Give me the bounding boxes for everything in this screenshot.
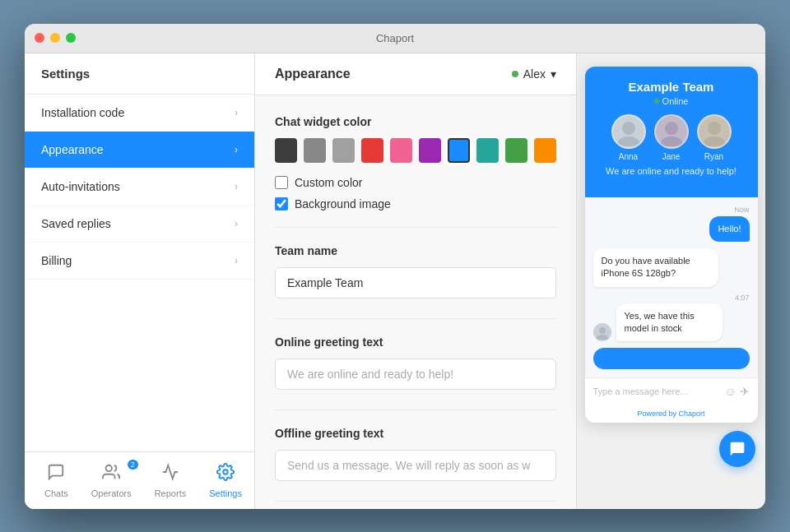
background-image-label[interactable]: Background image: [295, 197, 391, 210]
widget-footer: Powered by Chaport: [585, 405, 758, 423]
swatch-pink[interactable]: [390, 138, 412, 163]
window-controls: [35, 33, 76, 43]
chevron-right-icon: ›: [235, 107, 238, 118]
chat-fab-button[interactable]: [719, 431, 755, 467]
center-panel: Appearance Alex ▾ Chat widget color: [255, 53, 576, 509]
page-title: Appearance: [275, 67, 351, 81]
settings-form: Chat widget color Custom color: [255, 95, 576, 509]
offline-greeting-label: Offline greeting text: [275, 427, 556, 440]
swatch-red[interactable]: [361, 138, 383, 163]
widget-action-button[interactable]: [593, 348, 750, 369]
agent-name-ryan: Ryan: [704, 152, 723, 161]
sidebar-item-auto-invitations[interactable]: Auto-invitations ›: [25, 169, 254, 206]
background-image-row: Background image: [275, 197, 556, 210]
custom-color-row: Custom color: [275, 176, 556, 189]
agent-name-jane: Jane: [662, 152, 681, 161]
maximize-button[interactable]: [66, 33, 76, 43]
svg-point-4: [665, 122, 678, 135]
svg-point-5: [661, 136, 682, 146]
widget-messages: Now Hello! Do you have available iPhone …: [585, 197, 758, 378]
chevron-right-icon: ›: [235, 255, 238, 266]
svg-point-8: [599, 327, 606, 334]
agent-name-anna: Anna: [619, 152, 638, 161]
chevron-right-icon: ›: [235, 181, 238, 192]
team-name-section-label: Team name: [275, 244, 556, 257]
swatch-light-gray[interactable]: [332, 138, 355, 163]
msg-time-now: Now: [593, 206, 750, 214]
svg-point-7: [704, 136, 725, 146]
bottom-nav: Chats Operators 2: [25, 451, 254, 509]
minimize-button[interactable]: [50, 33, 60, 43]
widget-status-dot: [654, 99, 659, 104]
user-menu[interactable]: Alex ▾: [512, 67, 556, 81]
svg-point-3: [618, 136, 639, 146]
msg-iphone: Do you have available iPhone 6S 128gb?: [593, 248, 750, 287]
attach-icon[interactable]: ✈: [740, 385, 750, 398]
sidebar-item-appearance[interactable]: Appearance ›: [25, 132, 254, 169]
custom-color-checkbox[interactable]: [275, 176, 288, 189]
close-button[interactable]: [35, 33, 44, 43]
online-greeting-label: Online greeting text: [275, 335, 556, 349]
operators-badge: 2: [128, 460, 138, 470]
user-online-dot: [512, 71, 518, 77]
section-divider-2: [275, 318, 556, 319]
reports-icon: [161, 463, 179, 485]
msg-avatar: [593, 323, 611, 341]
sidebar-item-saved-replies[interactable]: Saved replies ›: [25, 206, 254, 243]
nav-item-chats[interactable]: Chats: [33, 458, 80, 503]
swatch-purple[interactable]: [419, 138, 441, 163]
nav-item-operators[interactable]: Operators 2: [80, 458, 143, 503]
nav-item-reports[interactable]: Reports: [143, 458, 198, 503]
svg-point-6: [708, 122, 721, 135]
msg-time: 4:07: [616, 294, 750, 302]
swatch-dark-gray[interactable]: [275, 138, 297, 163]
center-header: Appearance Alex ▾: [255, 53, 576, 95]
msg-bubble-stock: Yes, we have this model in stock: [616, 303, 723, 342]
section-divider-4: [275, 501, 556, 502]
widget-brand: Chaport: [679, 409, 705, 418]
emoji-icon[interactable]: ☺: [724, 385, 736, 398]
swatch-blue[interactable]: [448, 138, 470, 163]
background-image-checkbox[interactable]: [275, 197, 288, 210]
sidebar-header: Settings: [25, 53, 254, 95]
msg-bubble-received: Do you have available iPhone 6S 128gb?: [593, 248, 718, 287]
agent-avatar-jane: [654, 114, 689, 149]
sidebar-nav: Installation code › Appearance › Auto-in…: [25, 95, 254, 451]
offline-greeting-input[interactable]: [275, 450, 556, 481]
swatch-green[interactable]: [505, 138, 527, 163]
msg-bubble-sent: Hello!: [709, 216, 749, 242]
swatch-orange[interactable]: [534, 138, 556, 163]
operators-icon: [102, 463, 120, 485]
msg-hello: Hello!: [593, 216, 750, 242]
color-section-label: Chat widget color: [275, 115, 556, 128]
online-greeting-input[interactable]: [275, 359, 556, 390]
team-name-input[interactable]: [275, 267, 556, 298]
widget-status: Online: [598, 96, 745, 106]
custom-color-label[interactable]: Custom color: [295, 176, 362, 189]
widget-agents: Anna Jane Ryan: [598, 114, 745, 161]
widget-agent-anna: Anna: [611, 114, 646, 161]
agent-avatar-anna: [611, 114, 646, 149]
sidebar-item-installation-code[interactable]: Installation code ›: [25, 95, 254, 132]
widget-input-area: Type a message here... ☺ ✈: [585, 377, 758, 405]
agent-avatar-ryan: [697, 114, 732, 149]
svg-point-9: [597, 335, 608, 340]
swatch-gray[interactable]: [304, 138, 326, 163]
chat-widget-preview: Example Team Online Anna: [585, 67, 758, 423]
widget-header: Example Team Online Anna: [585, 67, 758, 197]
nav-item-settings[interactable]: Settings: [198, 458, 253, 503]
swatch-teal[interactable]: [476, 138, 499, 163]
svg-point-0: [106, 465, 112, 470]
widget-greeting: We are online and ready to help!: [598, 166, 745, 176]
svg-point-1: [223, 470, 228, 474]
msg-stock-row: 4:07 Yes, we have this model in stock: [593, 294, 750, 342]
settings-icon: [216, 463, 235, 485]
sidebar-item-billing[interactable]: Billing ›: [25, 243, 254, 280]
sidebar: Settings Installation code › Appearance …: [25, 53, 255, 509]
section-divider-3: [275, 409, 556, 410]
chat-icon: [47, 463, 65, 485]
widget-team-name: Example Team: [598, 80, 745, 94]
widget-input-placeholder: Type a message here...: [593, 386, 718, 396]
chevron-down-icon: ▾: [551, 67, 556, 81]
main-content: Settings Installation code › Appearance …: [25, 53, 765, 509]
